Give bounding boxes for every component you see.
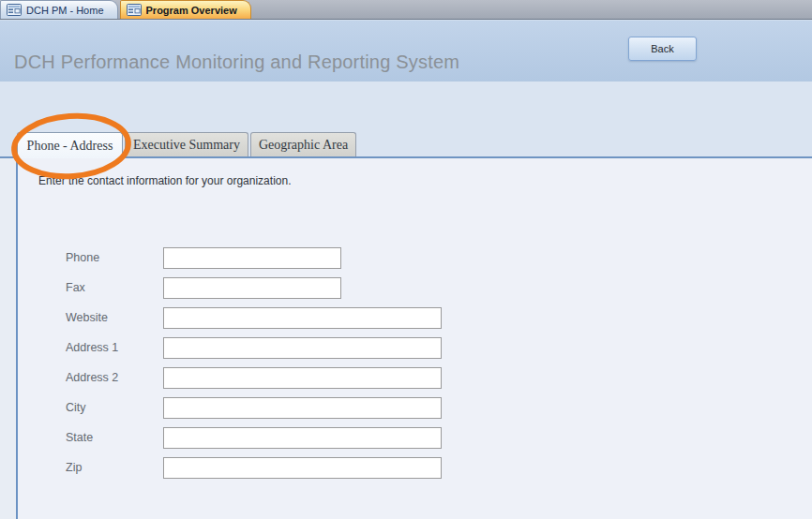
- fax-input[interactable]: [163, 277, 341, 299]
- doc-tab-program-overview[interactable]: Program Overview: [120, 0, 251, 19]
- city-input[interactable]: [163, 397, 442, 419]
- address2-input[interactable]: [163, 367, 442, 389]
- fax-label: Fax: [66, 281, 85, 294]
- form-header: DCH Performance Monitoring and Reporting…: [0, 20, 812, 82]
- website-input[interactable]: [163, 307, 442, 329]
- instruction-text: Enter the contact information for your o…: [38, 174, 291, 187]
- form-icon: [127, 4, 142, 16]
- doc-tab-label: Program Overview: [146, 5, 237, 16]
- application-window: DCH PM - Home Program Overview DCH Perfo…: [0, 0, 812, 519]
- page-left-border: [16, 158, 18, 519]
- form-icon: [7, 4, 22, 16]
- doc-tab-dch-pm-home[interactable]: DCH PM - Home: [0, 0, 118, 19]
- state-label: State: [66, 431, 93, 444]
- phone-label: Phone: [66, 251, 99, 264]
- back-button[interactable]: Back: [628, 37, 697, 61]
- address1-input[interactable]: [163, 337, 442, 359]
- website-label: Website: [66, 311, 108, 324]
- phone-address-tab-page: Enter the contact information for your o…: [0, 158, 812, 519]
- city-label: City: [66, 401, 86, 414]
- zip-input[interactable]: [163, 457, 442, 479]
- tab-geographic-area[interactable]: Geographic Area: [250, 132, 356, 156]
- page-left-margin: [0, 158, 16, 519]
- state-input[interactable]: [163, 427, 442, 449]
- zip-label: Zip: [66, 461, 82, 474]
- page-title: DCH Performance Monitoring and Reporting…: [14, 52, 459, 73]
- address1-label: Address 1: [66, 341, 118, 354]
- phone-input[interactable]: [163, 247, 341, 269]
- doc-tab-label: DCH PM - Home: [26, 5, 104, 16]
- address2-label: Address 2: [66, 371, 118, 384]
- tab-executive-summary[interactable]: Executive Summary: [125, 132, 248, 156]
- tab-phone-address[interactable]: Phone - Address: [17, 132, 123, 158]
- document-tab-bar: DCH PM - Home Program Overview: [0, 0, 812, 20]
